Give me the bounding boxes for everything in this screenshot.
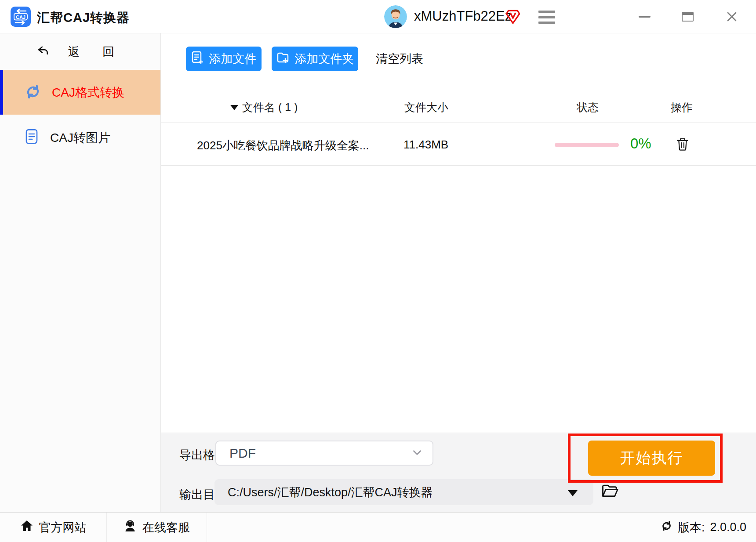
user-avatar[interactable] [384, 5, 407, 28]
sidebar: 返 回 CAJ格式转换 CAJ转图片 [0, 33, 161, 512]
progress-percent: 0% [630, 135, 651, 152]
file-size: 11.43MB [403, 138, 448, 152]
version-value: 2.0.0.0 [710, 520, 746, 534]
delete-file-button[interactable] [676, 137, 690, 152]
version-label: 版本: [678, 520, 705, 535]
close-button[interactable] [722, 7, 741, 26]
output-dir-select[interactable]: C:/Users/汇帮/Desktop/汇帮CAJ转换器 [214, 479, 593, 505]
minimize-button[interactable] [635, 7, 654, 26]
maximize-button[interactable] [678, 7, 697, 26]
header-divider [161, 123, 756, 123]
file-name: 2025小吃餐饮品牌战略升级全案... [197, 138, 369, 153]
output-dir-value: C:/Users/汇帮/Desktop/汇帮CAJ转换器 [228, 484, 433, 500]
home-icon [20, 519, 33, 535]
add-file-button[interactable]: 添加文件 [186, 47, 262, 71]
column-header-filename[interactable]: 文件名 ( 1 ) [230, 100, 298, 115]
export-format-select[interactable]: PDF [215, 441, 433, 466]
start-execute-button[interactable]: 开始执行 [588, 441, 715, 476]
online-support-link[interactable]: 在线客服 [107, 513, 207, 542]
progress-bar [555, 143, 619, 147]
add-folder-icon [276, 51, 289, 67]
sidebar-item-caj-to-image[interactable]: CAJ转图片 [0, 121, 160, 155]
active-indicator-bar [0, 70, 3, 115]
column-header-status: 状态 [577, 100, 599, 115]
chevron-down-icon [411, 447, 423, 460]
app-title: 汇帮CAJ转换器 [37, 9, 130, 27]
sidebar-item-label: CAJ格式转换 [52, 84, 124, 101]
add-folder-button[interactable]: 添加文件夹 [272, 47, 358, 71]
column-label: 文件名 ( 1 ) [242, 100, 298, 115]
headset-person-icon [124, 519, 137, 535]
sidebar-item-label: CAJ转图片 [50, 130, 110, 146]
add-file-label: 添加文件 [209, 51, 257, 67]
vip-badge-icon[interactable] [505, 8, 521, 25]
version-info: 版本: 2.0.0.0 [661, 520, 756, 535]
document-icon [25, 129, 39, 148]
app-window: CAJ 汇帮CAJ转换器 xMUzhTFb22Ez [0, 0, 756, 542]
official-website-label: 官方网站 [39, 520, 87, 535]
menu-icon[interactable] [538, 11, 555, 24]
online-support-label: 在线客服 [142, 520, 190, 535]
export-format-value: PDF [229, 446, 256, 461]
row-divider [161, 165, 756, 166]
username-label[interactable]: xMUzhTFb22Ez [414, 8, 512, 24]
caret-down-icon [568, 490, 578, 496]
clear-list-button[interactable]: 清空列表 [376, 47, 423, 71]
back-label: 返 回 [58, 44, 124, 60]
sidebar-item-caj-convert[interactable]: CAJ格式转换 [0, 70, 160, 115]
app-logo-icon: CAJ [11, 7, 31, 27]
titlebar: CAJ 汇帮CAJ转换器 xMUzhTFb22Ez [0, 0, 756, 33]
column-header-action: 操作 [671, 100, 693, 115]
back-button[interactable]: 返 回 [0, 33, 160, 70]
back-arrow-icon [36, 44, 50, 59]
footer: 官方网站 在线客服 [0, 512, 756, 542]
update-refresh-icon [661, 520, 672, 535]
add-folder-label: 添加文件夹 [295, 51, 354, 67]
add-file-icon [191, 51, 204, 67]
column-header-size: 文件大小 [404, 100, 448, 115]
sync-icon [25, 83, 41, 102]
sort-descending-icon [230, 105, 238, 110]
svg-text:CAJ: CAJ [16, 14, 25, 20]
browse-folder-icon[interactable] [601, 483, 619, 499]
official-website-link[interactable]: 官方网站 [0, 513, 107, 542]
